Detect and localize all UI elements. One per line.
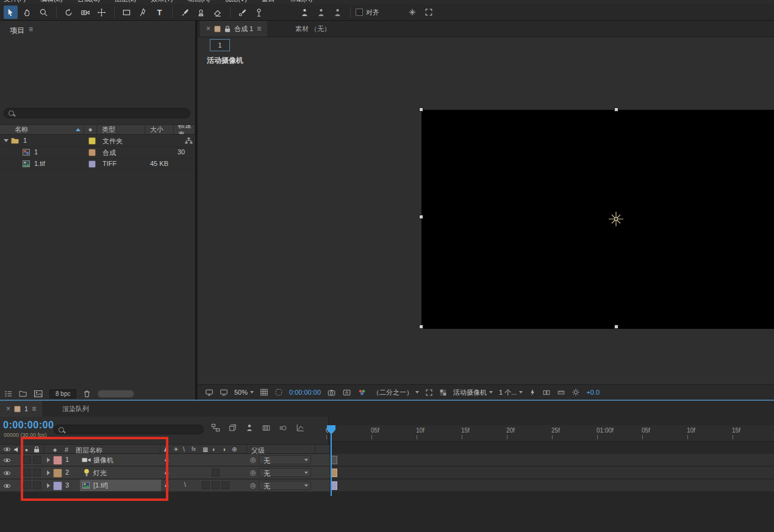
menu-animation[interactable]: 动画(A) <box>188 0 210 4</box>
view-axis-mode-button[interactable] <box>331 5 345 19</box>
puppet-pin-tool-button[interactable] <box>252 5 266 19</box>
frame-blend-switch-icon[interactable]: ▦ <box>202 446 208 453</box>
project-panel-tab[interactable]: 项目 <box>10 26 24 36</box>
grid-guides-icon[interactable] <box>260 388 268 397</box>
label-color-chip[interactable] <box>88 160 96 168</box>
fast-previews-icon[interactable] <box>529 388 536 397</box>
region-of-interest-icon[interactable] <box>425 389 433 397</box>
mini-flowchart-icon[interactable] <box>211 423 220 432</box>
world-axis-mode-button[interactable] <box>314 5 328 19</box>
column-framerate[interactable]: 帧速率 <box>174 125 195 134</box>
preview-timecode[interactable]: 0:00:00:00 <box>289 389 321 396</box>
quality-switch-icon[interactable]: \ <box>183 446 185 453</box>
graph-editor-icon[interactable] <box>296 423 305 432</box>
exposure-value[interactable]: +0.0 <box>586 389 600 396</box>
menu-composition[interactable]: 合成(C) <box>77 0 100 4</box>
3d-switch-icon[interactable]: ⊕ <box>232 446 237 453</box>
parent-dropdown[interactable]: 无 <box>259 468 311 477</box>
new-composition-icon[interactable] <box>34 390 43 397</box>
panel-menu-icon[interactable]: ≡ <box>257 24 261 33</box>
interpret-footage-icon[interactable] <box>4 390 12 397</box>
timeline-search-box[interactable] <box>54 425 204 434</box>
always-preview-icon[interactable] <box>205 389 213 397</box>
column-name[interactable]: 名称 <box>0 125 84 134</box>
composition-tab[interactable]: × 合成 1 ≡ <box>200 21 267 37</box>
motion-blur-toggle[interactable] <box>212 469 220 476</box>
hide-shy-layers-icon[interactable] <box>245 423 254 432</box>
align-checkbox[interactable] <box>356 9 363 16</box>
3d-view-dropdown[interactable]: 活动摄像机 <box>453 388 493 397</box>
exposure-reset-icon[interactable] <box>572 388 580 397</box>
menu-file[interactable]: 文件(F) <box>4 0 26 4</box>
menu-effect[interactable]: 效果(T) <box>151 0 173 4</box>
lock-icon[interactable] <box>224 26 231 32</box>
motion-blur-icon[interactable] <box>279 424 288 432</box>
selection-handle[interactable] <box>419 107 423 112</box>
frame-blend-toggle[interactable] <box>202 481 210 489</box>
project-row-footage[interactable]: 1.tif TIFF 45 KB <box>0 158 195 170</box>
eraser-tool-button[interactable] <box>210 5 224 19</box>
local-axis-mode-button[interactable] <box>298 5 312 19</box>
brush-tool-button[interactable] <box>177 5 192 19</box>
menu-window[interactable]: 窗口 <box>262 0 275 4</box>
selection-tool-button[interactable] <box>4 5 18 19</box>
selection-handle[interactable] <box>614 107 618 112</box>
delete-icon[interactable] <box>83 390 91 398</box>
parent-pickwhip-icon[interactable]: ◎ <box>250 481 256 489</box>
roto-brush-tool-button[interactable] <box>235 5 249 19</box>
timeline-composition-tab[interactable]: × 1 ≡ <box>0 401 42 417</box>
parent-pickwhip-icon[interactable]: ◎ <box>250 469 256 476</box>
column-label-icon[interactable]: ◆ <box>84 125 97 134</box>
current-timecode[interactable]: 0:00:00:00 <box>3 420 54 431</box>
resolution-dropdown[interactable]: （二分之一） <box>373 388 419 397</box>
render-queue-tab[interactable]: 渲染队列 <box>62 401 89 417</box>
eye-icon[interactable] <box>3 483 11 489</box>
collapse-switch-icon[interactable]: ☀ <box>173 446 179 453</box>
parent-dropdown[interactable]: 无 <box>259 455 311 464</box>
track-lane-camera[interactable] <box>329 454 774 466</box>
track-lane-light[interactable] <box>329 467 774 479</box>
project-search-box[interactable] <box>4 108 190 118</box>
toolbar-frame-button[interactable] <box>421 5 435 19</box>
twirl-down-icon[interactable] <box>4 139 9 142</box>
pen-tool-button[interactable] <box>136 5 150 19</box>
panel-menu-icon[interactable]: ≡ <box>29 25 33 34</box>
zoom-tool-button[interactable] <box>37 5 51 19</box>
project-row-composition[interactable]: 1 合成 30 <box>0 146 195 159</box>
column-type[interactable]: 类型 <box>97 125 145 134</box>
adjustment-switch-icon[interactable]: ◑ <box>222 446 226 453</box>
close-icon[interactable]: × <box>206 24 210 33</box>
pixel-aspect-icon[interactable] <box>542 389 551 397</box>
motion-blur-switch-icon[interactable]: ◐ <box>212 446 216 453</box>
light-wireframe-icon[interactable] <box>608 211 624 227</box>
scrollbar-thumb[interactable] <box>98 390 134 398</box>
playhead-line[interactable] <box>331 425 332 496</box>
composition-canvas[interactable] <box>421 110 774 329</box>
hand-tool-button[interactable] <box>20 5 34 19</box>
selection-handle[interactable] <box>614 325 618 329</box>
menu-layer[interactable]: 图层(L) <box>115 0 136 4</box>
panel-menu-icon[interactable]: ≡ <box>32 404 36 413</box>
draft-3d-icon[interactable] <box>228 423 237 432</box>
frame-blending-icon[interactable] <box>262 424 271 432</box>
magnification-dropdown[interactable]: 50% <box>234 389 254 396</box>
video-column-icon[interactable] <box>3 447 11 452</box>
timeline-ruler-icon[interactable] <box>557 389 565 397</box>
eye-icon[interactable] <box>3 458 11 463</box>
motion-blur-toggle[interactable] <box>212 481 220 489</box>
label-color-chip[interactable] <box>88 149 96 156</box>
pan-behind-tool-button[interactable] <box>95 5 109 19</box>
label-color-chip[interactable] <box>88 137 96 145</box>
type-tool-button[interactable]: T <box>152 5 167 19</box>
effects-switch-icon[interactable]: fx <box>192 446 196 452</box>
composition-breadcrumb-tab[interactable]: 1 <box>210 39 230 51</box>
selection-handle[interactable] <box>419 325 423 329</box>
new-folder-icon[interactable] <box>19 390 27 397</box>
footage-tab[interactable]: 素材 （无） <box>289 21 337 37</box>
close-icon[interactable]: × <box>6 404 10 413</box>
track-lane-footage[interactable] <box>329 480 774 492</box>
menu-help[interactable]: 帮助(H) <box>290 0 312 4</box>
toolbar-star-button[interactable] <box>405 5 419 19</box>
column-size[interactable]: 大小 <box>145 125 174 134</box>
menu-edit[interactable]: 编辑(E) <box>40 0 63 4</box>
